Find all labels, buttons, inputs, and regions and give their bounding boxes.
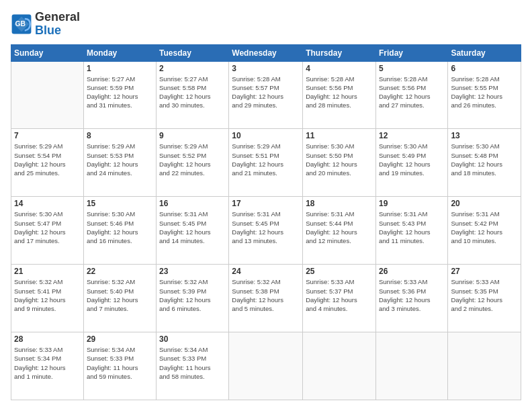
calendar-cell: 18Sunrise: 5:31 AM Sunset: 5:44 PM Dayli… xyxy=(303,197,376,265)
calendar-cell: 23Sunrise: 5:32 AM Sunset: 5:39 PM Dayli… xyxy=(157,265,229,332)
day-number: 17 xyxy=(232,199,300,208)
day-info: Sunrise: 5:28 AM Sunset: 5:56 PM Dayligh… xyxy=(379,75,445,110)
day-info: Sunrise: 5:28 AM Sunset: 5:55 PM Dayligh… xyxy=(451,75,518,110)
day-info: Sunrise: 5:29 AM Sunset: 5:52 PM Dayligh… xyxy=(159,142,226,177)
calendar-cell: 3Sunrise: 5:28 AM Sunset: 5:57 PM Daylig… xyxy=(229,61,303,129)
calendar-cell xyxy=(229,332,303,400)
day-number: 27 xyxy=(451,267,518,276)
header: GB General Blue xyxy=(11,11,521,38)
day-info: Sunrise: 5:32 AM Sunset: 5:41 PM Dayligh… xyxy=(14,277,81,313)
page: GB General Blue SundayMondayTuesdayWedne… xyxy=(0,0,532,411)
calendar-cell: 29Sunrise: 5:34 AM Sunset: 5:33 PM Dayli… xyxy=(83,332,156,400)
day-number: 2 xyxy=(159,64,226,73)
day-info: Sunrise: 5:27 AM Sunset: 5:59 PM Dayligh… xyxy=(87,75,153,110)
calendar-cell: 26Sunrise: 5:33 AM Sunset: 5:36 PM Dayli… xyxy=(375,265,447,332)
logo-blue: Blue xyxy=(35,24,61,37)
logo: GB General Blue xyxy=(11,11,80,38)
logo-text: General Blue xyxy=(35,11,80,38)
calendar-cell: 9Sunrise: 5:29 AM Sunset: 5:52 PM Daylig… xyxy=(157,129,229,197)
calendar-cell: 7Sunrise: 5:29 AM Sunset: 5:54 PM Daylig… xyxy=(11,129,84,197)
day-info: Sunrise: 5:31 AM Sunset: 5:42 PM Dayligh… xyxy=(451,210,518,245)
calendar-cell: 13Sunrise: 5:30 AM Sunset: 5:48 PM Dayli… xyxy=(448,129,521,197)
day-info: Sunrise: 5:31 AM Sunset: 5:45 PM Dayligh… xyxy=(232,210,300,245)
day-number: 25 xyxy=(306,267,373,276)
calendar-header-row: SundayMondayTuesdayWednesdayThursdayFrid… xyxy=(11,44,521,61)
day-number: 16 xyxy=(159,199,226,208)
day-info: Sunrise: 5:33 AM Sunset: 5:34 PM Dayligh… xyxy=(14,345,81,381)
day-number: 13 xyxy=(451,131,518,140)
day-info: Sunrise: 5:32 AM Sunset: 5:40 PM Dayligh… xyxy=(87,277,153,313)
day-number: 4 xyxy=(306,64,373,73)
day-info: Sunrise: 5:32 AM Sunset: 5:39 PM Dayligh… xyxy=(159,277,226,313)
day-info: Sunrise: 5:27 AM Sunset: 5:58 PM Dayligh… xyxy=(159,75,226,110)
calendar-cell: 21Sunrise: 5:32 AM Sunset: 5:41 PM Dayli… xyxy=(11,265,84,332)
day-info: Sunrise: 5:28 AM Sunset: 5:57 PM Dayligh… xyxy=(232,75,300,110)
calendar-cell: 8Sunrise: 5:29 AM Sunset: 5:53 PM Daylig… xyxy=(83,129,156,197)
day-number: 26 xyxy=(379,267,445,276)
calendar-cell: 6Sunrise: 5:28 AM Sunset: 5:55 PM Daylig… xyxy=(448,61,521,129)
day-number: 14 xyxy=(14,199,81,208)
calendar-cell: 22Sunrise: 5:32 AM Sunset: 5:40 PM Dayli… xyxy=(83,265,156,332)
calendar-week-row: 21Sunrise: 5:32 AM Sunset: 5:41 PM Dayli… xyxy=(11,265,521,332)
svg-text:GB: GB xyxy=(15,20,26,28)
day-number: 15 xyxy=(87,199,153,208)
calendar-cell: 11Sunrise: 5:30 AM Sunset: 5:50 PM Dayli… xyxy=(303,129,376,197)
calendar-week-row: 28Sunrise: 5:33 AM Sunset: 5:34 PM Dayli… xyxy=(11,332,521,400)
calendar-cell: 30Sunrise: 5:34 AM Sunset: 5:33 PM Dayli… xyxy=(157,332,229,400)
day-number: 28 xyxy=(14,334,81,344)
calendar-cell: 20Sunrise: 5:31 AM Sunset: 5:42 PM Dayli… xyxy=(448,197,521,265)
day-number: 6 xyxy=(451,64,518,73)
calendar-cell: 10Sunrise: 5:29 AM Sunset: 5:51 PM Dayli… xyxy=(229,129,303,197)
day-number: 29 xyxy=(87,334,153,344)
day-number: 1 xyxy=(87,64,153,73)
day-info: Sunrise: 5:31 AM Sunset: 5:45 PM Dayligh… xyxy=(159,210,226,245)
calendar-cell: 5Sunrise: 5:28 AM Sunset: 5:56 PM Daylig… xyxy=(375,61,447,129)
calendar-week-row: 1Sunrise: 5:27 AM Sunset: 5:59 PM Daylig… xyxy=(11,61,521,129)
calendar-cell: 12Sunrise: 5:30 AM Sunset: 5:49 PM Dayli… xyxy=(375,129,447,197)
day-info: Sunrise: 5:32 AM Sunset: 5:38 PM Dayligh… xyxy=(232,277,300,313)
calendar-week-row: 14Sunrise: 5:30 AM Sunset: 5:47 PM Dayli… xyxy=(11,197,521,265)
weekday-header: Thursday xyxy=(303,44,376,61)
calendar-cell: 25Sunrise: 5:33 AM Sunset: 5:37 PM Dayli… xyxy=(303,265,376,332)
day-number: 24 xyxy=(232,267,300,276)
weekday-header: Monday xyxy=(83,44,156,61)
weekday-header: Tuesday xyxy=(157,44,229,61)
day-info: Sunrise: 5:29 AM Sunset: 5:51 PM Dayligh… xyxy=(232,142,300,177)
day-info: Sunrise: 5:30 AM Sunset: 5:47 PM Dayligh… xyxy=(14,210,81,245)
calendar-cell: 15Sunrise: 5:30 AM Sunset: 5:46 PM Dayli… xyxy=(83,197,156,265)
calendar-cell: 24Sunrise: 5:32 AM Sunset: 5:38 PM Dayli… xyxy=(229,265,303,332)
day-number: 11 xyxy=(306,131,373,140)
day-info: Sunrise: 5:30 AM Sunset: 5:48 PM Dayligh… xyxy=(451,142,518,177)
day-info: Sunrise: 5:33 AM Sunset: 5:35 PM Dayligh… xyxy=(451,277,518,313)
day-number: 23 xyxy=(159,267,226,276)
weekday-header: Sunday xyxy=(11,44,84,61)
day-number: 10 xyxy=(232,131,300,140)
calendar-cell: 4Sunrise: 5:28 AM Sunset: 5:56 PM Daylig… xyxy=(303,61,376,129)
day-number: 12 xyxy=(379,131,445,140)
weekday-header: Saturday xyxy=(448,44,521,61)
calendar-cell xyxy=(448,332,521,400)
day-info: Sunrise: 5:29 AM Sunset: 5:53 PM Dayligh… xyxy=(87,142,153,177)
day-info: Sunrise: 5:33 AM Sunset: 5:37 PM Dayligh… xyxy=(306,277,373,313)
weekday-header: Wednesday xyxy=(229,44,303,61)
day-info: Sunrise: 5:33 AM Sunset: 5:36 PM Dayligh… xyxy=(379,277,445,313)
day-info: Sunrise: 5:31 AM Sunset: 5:43 PM Dayligh… xyxy=(379,210,445,245)
day-info: Sunrise: 5:29 AM Sunset: 5:54 PM Dayligh… xyxy=(14,142,81,177)
calendar-table: SundayMondayTuesdayWednesdayThursdayFrid… xyxy=(11,44,521,400)
day-number: 5 xyxy=(379,64,445,73)
day-info: Sunrise: 5:34 AM Sunset: 5:33 PM Dayligh… xyxy=(87,345,153,381)
day-number: 22 xyxy=(87,267,153,276)
day-info: Sunrise: 5:30 AM Sunset: 5:49 PM Dayligh… xyxy=(379,142,445,177)
day-info: Sunrise: 5:28 AM Sunset: 5:56 PM Dayligh… xyxy=(306,75,373,110)
day-info: Sunrise: 5:31 AM Sunset: 5:44 PM Dayligh… xyxy=(306,210,373,245)
day-number: 8 xyxy=(87,131,153,140)
calendar-cell: 19Sunrise: 5:31 AM Sunset: 5:43 PM Dayli… xyxy=(375,197,447,265)
day-number: 7 xyxy=(14,131,81,140)
calendar-cell: 14Sunrise: 5:30 AM Sunset: 5:47 PM Dayli… xyxy=(11,197,84,265)
calendar-cell xyxy=(303,332,376,400)
logo-icon: GB xyxy=(11,13,32,35)
day-info: Sunrise: 5:30 AM Sunset: 5:50 PM Dayligh… xyxy=(306,142,373,177)
calendar-cell: 17Sunrise: 5:31 AM Sunset: 5:45 PM Dayli… xyxy=(229,197,303,265)
weekday-header: Friday xyxy=(375,44,447,61)
day-info: Sunrise: 5:34 AM Sunset: 5:33 PM Dayligh… xyxy=(159,345,226,381)
